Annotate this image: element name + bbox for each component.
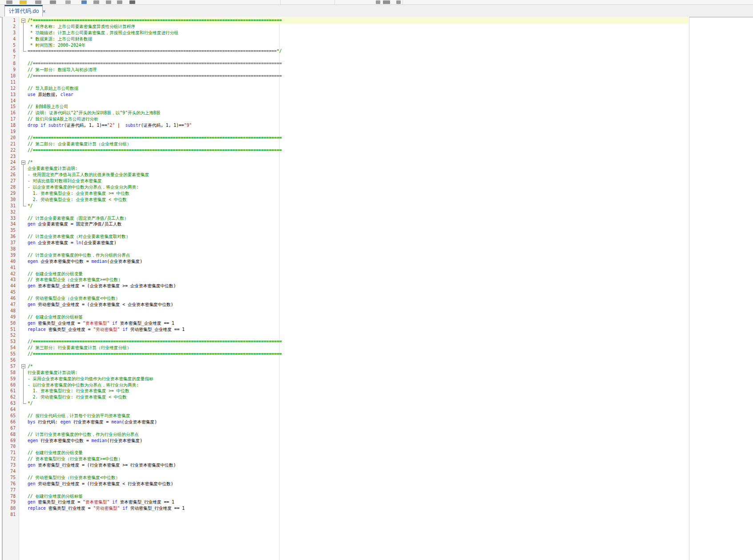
code-line[interactable]: 53//====================================… [3,338,689,345]
code-line[interactable]: 11 [3,79,689,85]
code-line[interactable]: 70 [3,443,689,450]
code-line[interactable]: 45 [3,289,689,295]
toolbar-icon-print[interactable] [50,0,56,4]
code-line[interactable]: 71// 创建行业维度的分组变量 [3,450,689,456]
tab-close-icon[interactable]: × [42,9,45,14]
do-file-editor[interactable]: 1/*=====================================… [2,17,689,560]
code-line[interactable]: 29 1. 资本密集型企业: 企业资本密集度 >= 中位数 [3,190,689,197]
code-line[interactable]: 8//=====================================… [3,60,689,67]
code-line[interactable]: 78// 创建行业维度的分组标签 [3,493,689,500]
code-line[interactable]: 3 * 功能描述: 计算上市公司要素密集度，并按照企业维度和行业维度进行分组 [3,30,689,36]
code-line[interactable]: 69egen 行业资本密集度中位数 = median(行业资本密集度) [3,438,689,444]
toolbar-icon-more[interactable] [396,0,401,4]
toolbar-icon-open[interactable] [20,0,27,4]
code-line[interactable]: 56 [3,357,689,363]
code-line[interactable]: 61 1. 资本密集型行业: 行业资本密集度 >= 中位数 [3,388,689,394]
code-line[interactable]: 37gen 企业资本密集度 = ln(企业要素密集度) [3,240,689,246]
code-line[interactable]: 2 * 程序名称: 上市公司要素密集度异质性分组计算程序 [3,24,689,30]
code-line[interactable]: 47gen 劳动密集型_企业维度 = (企业资本密集度 < 企业资本密集度中位数… [3,302,689,308]
code-line[interactable]: 72// 资本密集型行业（行业资本密集度>=中位数） [3,456,689,462]
code-line[interactable]: 13use 原始数据, clear [3,92,689,98]
code-line[interactable]: 54// 第三部分: 行业要素密集度计算（行业维度分组） [3,345,689,351]
code-line[interactable]: 39// 计算企业资本密集度的中位数，作为分组的分界点 [3,252,689,258]
toolbar-icon-cut[interactable] [106,0,111,4]
toolbar-icon-new[interactable] [6,0,12,4]
code-line[interactable]: 43// 资本密集型企业（企业资本密集度>=中位数） [3,277,689,283]
code-line[interactable]: 18drop if substr(证券代码, 1, 1)=="2" | subs… [3,122,689,129]
code-line[interactable]: 5 * 时间范围: 2000-2024年 [3,42,689,48]
code-line[interactable]: 6=======================================… [3,48,689,54]
toolbar-icon-do[interactable] [383,0,390,4]
code-line[interactable]: 20//====================================… [3,135,689,141]
code-line[interactable]: 9// 第一部分: 数据导入与初步清理 [3,67,689,73]
code-line[interactable]: 80replace 密集类型_行业维度 = "劳动密集型" if 劳动密集型_行… [3,505,689,512]
code-line[interactable]: 31*/ [3,203,689,209]
code-line[interactable]: 44gen 资本密集型_企业维度 = (企业资本密集度 >= 企业资本密集度中位… [3,283,689,289]
code-line[interactable]: 15// 剔除B股上市公司 [3,104,689,110]
code-line[interactable]: 16// 说明: 证券代码以"2"开头的为深圳B股，以"9"开头的为上海B股 [3,110,689,116]
code-line[interactable]: 40egen 企业资本密集度中位数 = median(企业资本密集度) [3,258,689,265]
code-line[interactable]: 67 [3,425,689,431]
code-line[interactable]: 41 [3,265,689,271]
code-line[interactable]: 51replace 密集类型_企业维度 = "劳动密集型" if 劳动密集型_企… [3,326,689,333]
code-line[interactable]: 35 [3,227,689,234]
code-line[interactable]: 74 [3,468,689,475]
code-line[interactable]: 28- 以企业资本密集度的中位数为分界点，将企业分为两类: [3,184,689,190]
code-line[interactable]: 14 [3,98,689,104]
code-line[interactable]: 75// 劳动密集型行业（行业资本密集度<中位数） [3,475,689,481]
code-line[interactable]: 27- 对该比值取对数得到企业资本密集度 [3,178,689,184]
code-line[interactable]: 48 [3,308,689,314]
code-line[interactable]: 63*/ [3,400,689,407]
code-line[interactable]: 17// 我们只保留A股上市公司进行分析 [3,116,689,122]
toolbar-icon-undo[interactable] [117,0,122,4]
code-line[interactable]: 76gen 劳动密集型_行业维度 = (行业资本密集度 < 行业资本密集度中位数… [3,481,689,487]
code-line[interactable]: 34gen 企业要素密集度 = 固定资产净值/员工人数 [3,221,689,227]
code-line[interactable]: 19 [3,129,689,135]
code-area[interactable]: 1/*=====================================… [3,17,689,518]
code-line[interactable]: 59- 采用企业资本密集度的行业均值作为行业资本密集度的度量指标 [3,376,689,382]
code-line[interactable]: 25企业要素密集度计算说明: [3,165,689,172]
code-line[interactable]: 77 [3,487,689,493]
code-line[interactable]: 42// 创建企业维度的分组变量 [3,271,689,277]
code-line[interactable]: 79gen 密集类型_行业维度 = "资本密集型" if 资本密集型_行业维度 … [3,499,689,505]
code-line[interactable]: 12// 导入原始上市公司数据 [3,85,689,92]
code-line[interactable]: 1/*=====================================… [3,17,689,24]
code-line[interactable]: 38 [3,246,689,252]
code-line[interactable]: 36// 计算企业资本密集度（对企业要素密集度取对数） [3,234,689,240]
toolbar-icon-redo[interactable] [129,0,135,4]
toolbar-icon-copy[interactable] [93,0,99,4]
code-line[interactable]: 4 * 数据来源: 上市公司财务数据 [3,36,689,42]
toolbar-icon-find[interactable] [65,0,71,4]
fold-collapse-icon[interactable] [21,364,25,368]
code-line[interactable]: 23 [3,153,689,160]
code-line[interactable]: 49// 创建企业维度的分组标签 [3,314,689,320]
code-line[interactable]: 46// 劳动密集型企业（企业资本密集度<中位数） [3,295,689,302]
code-line[interactable]: 50gen 密集类型_企业维度 = "资本密集型" if 资本密集型_企业维度 … [3,320,689,326]
code-line[interactable]: 66bys 行业代码: egen 行业资本密集度 = mean(企业资本密集度) [3,419,689,425]
code-line[interactable]: 65// 按行业代码分组，计算每个行业的平均资本密集度 [3,413,689,419]
code-line[interactable]: 62 2. 劳动密集型行业: 行业资本密集度 < 中位数 [3,394,689,400]
code-line[interactable]: 7 [3,54,689,60]
code-line[interactable]: 68// 计算行业资本密集度的中位数，作为行业分组的分界点 [3,431,689,438]
fold-collapse-icon[interactable] [21,161,25,165]
code-line[interactable]: 21// 第二部分: 企业要素密集度计算（企业维度分组） [3,141,689,147]
code-line[interactable]: 58行业要素密集度计算说明: [3,370,689,376]
fold-collapse-icon[interactable] [21,19,25,23]
code-line[interactable]: 57/* [3,363,689,370]
code-line[interactable]: 73gen 资本密集型_行业维度 = (行业资本密集度 >= 行业资本密集度中位… [3,462,689,468]
code-line[interactable]: 10//====================================… [3,73,689,79]
code-line[interactable]: 24/* [3,159,689,165]
tab-do-file[interactable]: 计算代码.do × [4,5,43,16]
code-line[interactable]: 22//====================================… [3,147,689,153]
code-line[interactable]: 30 2. 劳动密集型企业: 企业资本密集度 < 中位数 [3,197,689,203]
code-line[interactable]: 33// 计算企业要素密集度（固定资产净值/员工人数） [3,215,689,222]
toolbar-icon-paste[interactable] [81,0,87,4]
code-line[interactable]: 60- 以行业资本密集度的中位数为分界点，将行业分为两类: [3,382,689,388]
code-line[interactable]: 52 [3,332,689,338]
code-line[interactable]: 26- 使用固定资产净值与员工人数的比值来衡量企业的要素密集度 [3,172,689,178]
code-line[interactable]: 32 [3,209,689,215]
code-line[interactable]: 81 [3,512,689,518]
toolbar-icon-save[interactable] [35,0,41,4]
toolbar-icon-run[interactable] [376,0,380,4]
code-line[interactable]: 55//====================================… [3,351,689,357]
